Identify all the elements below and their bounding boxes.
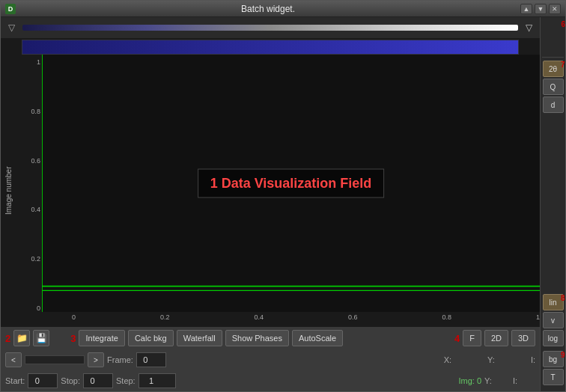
x-tick-0: 0 <box>72 313 76 327</box>
minimize-button[interactable]: ▲ <box>520 4 532 14</box>
y-axis: 1 0.8 0.6 0.4 0.2 0 <box>16 55 42 327</box>
start-label: Start: <box>5 376 25 385</box>
right-section-7: 7 2θ Q d <box>543 61 564 113</box>
annotation-8: 8 <box>561 294 565 302</box>
y-tick-0: 0 <box>37 304 40 312</box>
image-bar-container <box>1 38 540 55</box>
prev-button[interactable]: < <box>5 352 22 367</box>
integrate-button[interactable]: Integrate <box>79 330 124 346</box>
x-axis: 0 0.2 0.4 0.6 0.8 1 <box>42 312 540 327</box>
annotation-2: 2 <box>5 333 10 344</box>
btn-2d[interactable]: 2D <box>484 330 508 346</box>
btn-t[interactable]: T <box>543 369 564 385</box>
plot-area: ▽ ▽ Image number 1 0.8 0.6 0.4 <box>1 17 540 391</box>
x-tick-02: 0.2 <box>160 313 170 327</box>
range-slider-area: ▽ ▽ <box>1 17 540 38</box>
right-thumb-icon: ▽ <box>526 22 532 33</box>
start-input[interactable] <box>28 373 58 388</box>
image-bar-fill <box>22 40 518 54</box>
stop-label: Stop: <box>61 376 80 385</box>
range-slider-track[interactable] <box>22 25 518 31</box>
y-tick-06: 0.6 <box>31 157 40 165</box>
stop-input[interactable] <box>83 373 113 388</box>
toolbar-row1: 2 📁 💾 3 Integrate Calc bkg Waterfall Sho… <box>1 327 540 349</box>
right-section-9: 9 bg T <box>543 351 564 385</box>
x-tick-04: 0.4 <box>254 313 264 327</box>
step-input[interactable] <box>139 373 176 388</box>
right-section-8: 8 lin v log <box>543 294 564 346</box>
annotation-7: 7 <box>561 61 565 69</box>
btn-log[interactable]: log <box>543 330 564 346</box>
x-tick-06: 0.6 <box>348 313 358 327</box>
titlebar-buttons: ▲ ▼ ✕ <box>520 4 561 14</box>
x-coord-label: X: <box>444 355 451 364</box>
y-axis-label: Image number <box>1 55 16 327</box>
btn-d[interactable]: d <box>543 97 564 113</box>
y-coord-label: Y: <box>487 355 495 364</box>
main-window: D Batch widget. ▲ ▼ ✕ ▽ ▽ <box>0 0 566 392</box>
annotation-6: 6 <box>561 20 565 28</box>
f-button[interactable]: F <box>463 330 481 346</box>
autoscale-button[interactable]: AutoScale <box>292 330 343 346</box>
x-tick-1: 1 <box>536 313 540 327</box>
save-button[interactable]: 💾 <box>33 330 49 346</box>
annotation-9: 9 <box>561 351 565 359</box>
maximize-button[interactable]: ▼ <box>535 4 547 14</box>
chart-container[interactable]: 1 Data Visualization Field <box>42 55 540 312</box>
x-tick-08: 0.8 <box>442 313 451 327</box>
y-tick-08: 0.8 <box>31 108 40 115</box>
img-label: Img: 0 <box>459 376 482 385</box>
titlebar-left: D <box>5 4 16 14</box>
left-thumb-icon: ▽ <box>8 22 15 33</box>
y-tick-02: 0.2 <box>31 255 40 263</box>
toolbar-row3: Start: Stop: Step: Img: 0 Y: I: <box>1 370 540 391</box>
right-panel: 6 7 2θ Q d 8 lin v log 9 bg T <box>540 17 565 391</box>
y-tick-1: 1 <box>37 58 40 66</box>
calc-bkg-button[interactable]: Calc bkg <box>128 330 174 346</box>
step-label: Step: <box>116 376 136 385</box>
img-y-label: Y: <box>484 376 492 385</box>
app-icon: D <box>5 4 16 14</box>
data-viz-label: 1 Data Visualization Field <box>198 169 385 198</box>
btn-q[interactable]: Q <box>543 79 564 95</box>
show-phases-button[interactable]: Show Phases <box>225 330 289 346</box>
chart-area: 1 Data Visualization Field 0 0.2 0.4 0.6… <box>42 55 540 327</box>
annotation-3: 3 <box>70 333 76 344</box>
btn-3d[interactable]: 3D <box>511 330 535 346</box>
toolbar-area: 2 📁 💾 3 Integrate Calc bkg Waterfall Sho… <box>1 327 540 391</box>
frame-label: Frame: <box>107 355 133 364</box>
next-button[interactable]: > <box>88 352 104 367</box>
plot-with-axes: Image number 1 0.8 0.6 0.4 0.2 0 <box>1 55 540 327</box>
progress-bar <box>25 355 85 364</box>
titlebar: D Batch widget. ▲ ▼ ✕ <box>1 1 565 17</box>
annotation-4: 4 <box>454 333 460 344</box>
waterfall-button[interactable]: Waterfall <box>177 330 222 346</box>
img-i-label: I: <box>513 376 517 385</box>
btn-v[interactable]: v <box>543 312 564 328</box>
i-coord-label: I: <box>531 355 535 364</box>
folder-button[interactable]: 📁 <box>13 330 30 346</box>
close-button[interactable]: ✕ <box>549 4 561 14</box>
toolbar-row2: < > Frame: X: Y: I: <box>1 349 540 370</box>
frame-input[interactable] <box>136 352 166 367</box>
y-tick-04: 0.4 <box>31 206 40 213</box>
window-title: Batch widget. <box>241 4 295 14</box>
image-bar <box>22 40 519 55</box>
main-content: ▽ ▽ Image number 1 0.8 0.6 0.4 <box>1 17 565 391</box>
